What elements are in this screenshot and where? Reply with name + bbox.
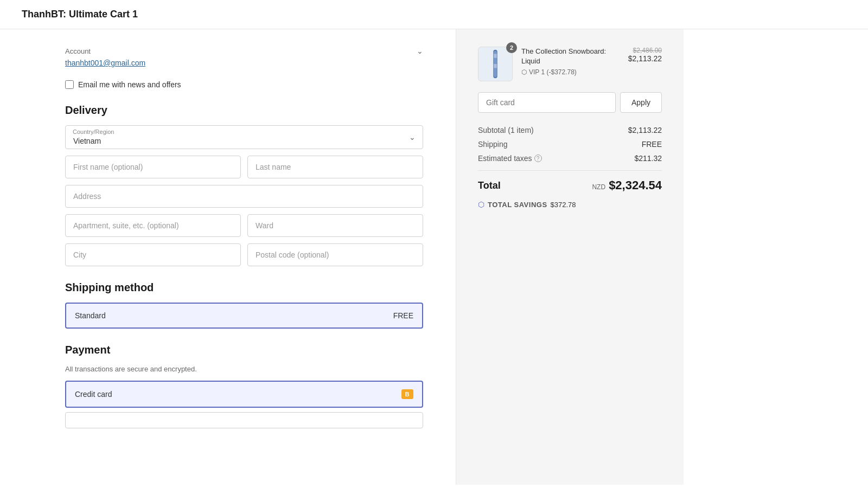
taxes-label: Estimated taxes ? — [478, 154, 542, 163]
delivery-section: Delivery Country/Region Vietnam United S… — [65, 104, 423, 266]
delivery-title: Delivery — [65, 104, 423, 117]
shipping-row: Shipping FREE — [478, 140, 662, 149]
product-current-price: $2,113.22 — [628, 54, 662, 63]
savings-value: $372.78 — [551, 201, 576, 209]
apply-button[interactable]: Apply — [620, 92, 662, 113]
product-name: The Collection Snowboard: Liquid — [521, 47, 620, 66]
payment-section: Payment All transactions are secure and … — [65, 344, 423, 428]
address-input[interactable] — [65, 185, 423, 208]
left-panel: Account ⌄ thanhbt001@gmail.com Email me … — [0, 29, 456, 485]
shipping-label: Shipping — [478, 140, 508, 149]
subtotal-value: $2,113.22 — [628, 126, 662, 134]
payment-option-secondary[interactable] — [65, 412, 423, 428]
postal-input[interactable] — [247, 243, 423, 266]
savings-icon: ⬡ — [478, 200, 484, 209]
shipping-value: FREE — [642, 140, 662, 149]
subtotal-label: Subtotal (1 item) — [478, 126, 534, 134]
account-section: Account ⌄ thanhbt001@gmail.com — [65, 47, 423, 67]
account-label: Account — [65, 47, 91, 55]
savings-row: ⬡ TOTAL SAVINGS $372.78 — [478, 200, 662, 209]
first-name-field — [65, 156, 241, 178]
country-select[interactable]: Vietnam United States Australia New Zeal… — [65, 125, 423, 149]
shipping-option-standard[interactable]: Standard FREE — [65, 303, 423, 329]
total-currency: NZD — [592, 183, 605, 191]
product-quantity-badge: 2 — [506, 42, 517, 53]
email-checkbox[interactable] — [65, 80, 74, 89]
svg-rect-3 — [494, 64, 497, 68]
first-name-input[interactable] — [65, 156, 241, 178]
product-vip: ⬡ VIP 1 (-$372.78) — [521, 68, 620, 76]
shipping-title: Shipping method — [65, 281, 423, 294]
page-header: ThanhBT: Ultimate Cart 1 — [0, 0, 868, 29]
right-panel: 2 The Collection Snowboard: Liquid ⬡ VIP… — [456, 29, 684, 485]
city-field — [65, 243, 241, 266]
ward-input[interactable] — [247, 214, 423, 237]
city-postal-row — [65, 243, 423, 266]
taxes-info-icon[interactable]: ? — [534, 155, 542, 162]
name-row — [65, 156, 423, 178]
credit-card-option[interactable]: Credit card B — [65, 381, 423, 408]
product-info: The Collection Snowboard: Liquid ⬡ VIP 1… — [521, 47, 620, 76]
vip-icon: ⬡ — [521, 68, 527, 76]
snowboard-icon — [486, 49, 505, 79]
last-name-input[interactable] — [247, 156, 423, 178]
account-header: Account ⌄ — [65, 47, 423, 55]
gift-card-input[interactable] — [478, 92, 616, 113]
product-original-price: $2,486.00 — [628, 47, 662, 54]
savings-label: TOTAL SAVINGS — [488, 201, 547, 209]
main-layout: Account ⌄ thanhbt001@gmail.com Email me … — [0, 29, 868, 485]
payment-title: Payment — [65, 344, 423, 356]
shipping-option-price: FREE — [393, 311, 413, 320]
product-image-wrapper: 2 — [478, 47, 513, 81]
country-field: Country/Region Vietnam United States Aus… — [65, 125, 423, 149]
gift-card-row: Apply — [478, 92, 662, 113]
email-checkbox-label[interactable]: Email me with news and offers — [78, 80, 181, 89]
postal-field — [247, 243, 423, 266]
credit-card-badge: B — [401, 389, 413, 399]
apartment-ward-row — [65, 214, 423, 237]
product-row: 2 The Collection Snowboard: Liquid ⬡ VIP… — [478, 47, 662, 81]
shipping-option-name: Standard — [75, 311, 106, 320]
city-input[interactable] — [65, 243, 241, 266]
subtotal-row: Subtotal (1 item) $2,113.22 — [478, 126, 662, 134]
total-value: $2,324.54 — [609, 178, 662, 192]
last-name-field — [247, 156, 423, 178]
apartment-field — [65, 214, 241, 237]
summary-divider — [478, 170, 662, 171]
account-email[interactable]: thanhbt001@gmail.com — [65, 59, 145, 67]
taxes-value: $211.32 — [634, 154, 662, 163]
total-value-wrapper: NZD $2,324.54 — [592, 178, 662, 192]
total-row: Total NZD $2,324.54 — [478, 178, 662, 192]
total-label: Total — [478, 180, 501, 191]
page-title: ThanhBT: Ultimate Cart 1 — [22, 9, 138, 20]
credit-card-label: Credit card — [75, 390, 112, 399]
account-dropdown-icon[interactable]: ⌄ — [417, 47, 423, 55]
product-image — [478, 47, 513, 81]
apartment-input[interactable] — [65, 214, 241, 237]
ward-field — [247, 214, 423, 237]
taxes-row: Estimated taxes ? $211.32 — [478, 154, 662, 163]
address-field — [65, 185, 423, 208]
shipping-section: Shipping method Standard FREE — [65, 281, 423, 329]
svg-rect-2 — [494, 54, 497, 57]
vip-label: VIP 1 (-$372.78) — [529, 68, 577, 76]
email-checkbox-row: Email me with news and offers — [65, 80, 423, 89]
product-prices: $2,486.00 $2,113.22 — [628, 47, 662, 63]
payment-subtitle: All transactions are secure and encrypte… — [65, 365, 423, 373]
